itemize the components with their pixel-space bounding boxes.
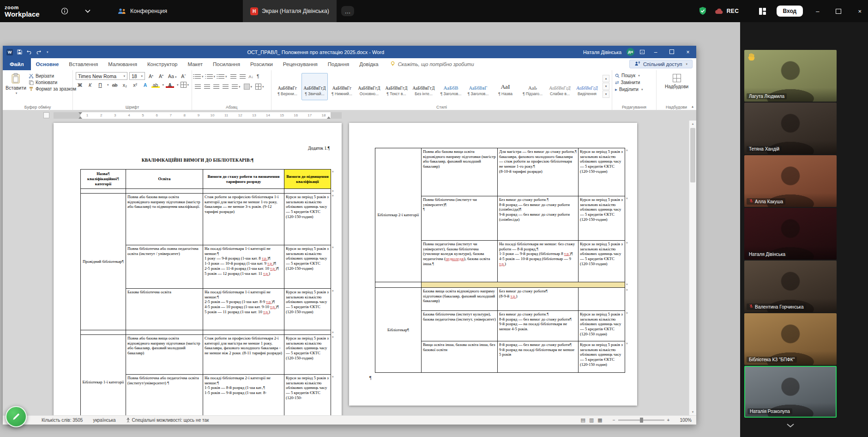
ribbon-tab-Розсилки[interactable]: Розсилки: [245, 58, 278, 70]
line-spacing-icon[interactable]: ▾: [232, 84, 241, 89]
table-cell[interactable]: [284, 189, 331, 194]
table-cell[interactable]: Без вимог до стажу роботи¶(8-9-й т.р.): [498, 288, 579, 311]
annotation-pencil-button[interactable]: [6, 406, 27, 427]
cut-button[interactable]: Вирізати: [29, 73, 76, 79]
style-item[interactable]: АаБбВвГгДБез інте...: [410, 73, 437, 100]
collapse-ribbon-icon[interactable]: ▴: [692, 104, 693, 109]
ribbon-tab-Файл[interactable]: Файл: [3, 58, 31, 70]
style-item[interactable]: АаБбВвГг¶ Верхни...: [274, 73, 301, 100]
bullets-icon[interactable]: ▾: [195, 74, 204, 79]
participants-scroll-down-button[interactable]: [782, 420, 799, 431]
ribbon-display-options-icon[interactable]: [639, 49, 645, 55]
table-cell[interactable]: [203, 330, 284, 335]
indent-marker[interactable]: [327, 116, 331, 119]
style-item[interactable]: АаБбВвГ¶ Заголов...: [465, 73, 491, 100]
table-cell[interactable]: Повна педагогічна (інститут чи університ…: [422, 241, 498, 282]
participant-tile[interactable]: Тетяна Хандій: [744, 103, 837, 154]
restore-icon[interactable]: [666, 49, 677, 55]
minimize-icon[interactable]: –: [816, 8, 819, 15]
find-button[interactable]: Пошук▾: [615, 73, 654, 78]
table-cell[interactable]: Для магістра — без вимог до стажу роботи…: [498, 148, 579, 196]
table-cell[interactable]: На посаді бібліотекаря 1-ї категорії не …: [203, 289, 284, 330]
tab-selector[interactable]: [43, 112, 49, 118]
table-cell[interactable]: Базова бібліотечна освіта: [126, 289, 203, 330]
participant-tile[interactable]: Валентина Горчинська: [744, 261, 837, 312]
vertical-scrollbar[interactable]: ▴ ▾: [689, 121, 696, 415]
zoom-slider[interactable]: [618, 419, 664, 421]
document-canvas[interactable]: Додаток 1.¶ КВАЛІФІКАЦІЙНІ ВИМОГИ ДО БІБ…: [3, 121, 696, 415]
scroll-down-icon[interactable]: ▾: [689, 409, 696, 415]
table-cell[interactable]: Вища освіта інша, базова освіта інша, бе…: [422, 341, 498, 373]
scrollbar-thumb[interactable]: [690, 128, 695, 182]
style-item[interactable]: АаЬ¶ Підзаго...: [519, 73, 546, 100]
replace-button[interactable]: ⇄ Замінити: [615, 80, 654, 85]
close-icon[interactable]: ×: [858, 8, 862, 15]
ribbon-tab-Основне[interactable]: Основне: [31, 58, 64, 70]
print-layout-icon[interactable]: ▥: [589, 417, 594, 423]
indent-marker[interactable]: [78, 112, 82, 115]
more-options-icon[interactable]: …: [341, 6, 354, 16]
participant-tile[interactable]: Наталія Розколупа: [744, 366, 837, 418]
table-cell[interactable]: На посаді бібліотекаря 2-ї категорії не …: [203, 375, 284, 416]
table-cell[interactable]: Курси за період 5 років з загальною кіль…: [579, 311, 625, 341]
italic-button[interactable]: К: [86, 82, 94, 88]
bold-button[interactable]: Ж: [76, 82, 84, 88]
undo-icon[interactable]: [26, 49, 32, 55]
table-cell[interactable]: [284, 330, 331, 335]
category-cell[interactable]: Провідний бібліотекар¶: [81, 194, 126, 330]
word-count[interactable]: Кількість слів: 3505: [42, 418, 83, 423]
ribbon-tab-Вставлення[interactable]: Вставлення: [64, 58, 103, 70]
table-cell[interactable]: Повна бібліотечна або педагогічна освіта…: [126, 375, 203, 416]
close-icon[interactable]: ×: [682, 49, 693, 55]
table-cell[interactable]: [126, 330, 203, 335]
superscript-icon[interactable]: x²: [131, 82, 139, 88]
table-cell[interactable]: Курси за період 5 років з загальною кіль…: [579, 341, 625, 373]
table-cell[interactable]: Курси за період 5 років з загальною кіль…: [579, 196, 625, 241]
style-item[interactable]: АаБбВвГгД¶ Текст в...: [383, 73, 410, 100]
style-item[interactable]: АаІ¶ Назва: [492, 73, 518, 100]
indent-marker[interactable]: [78, 116, 82, 119]
table-cell[interactable]: Стаж роботи за професією бібліотекаря 2-…: [203, 335, 284, 375]
table-cell[interactable]: На посаді бібліотекаря не менше: без ста…: [498, 241, 579, 282]
copy-button[interactable]: Копіювати: [29, 80, 76, 85]
table-cell[interactable]: [375, 282, 422, 288]
gallery-up-icon[interactable]: ▴: [603, 75, 609, 82]
ribbon-tab-Довідка[interactable]: Довідка: [354, 58, 383, 70]
strikethrough-icon[interactable]: ab: [111, 82, 119, 88]
category-cell[interactable]: Бібліотекар¶: [375, 288, 422, 373]
multilevel-list-icon[interactable]: ▾: [218, 74, 227, 79]
ribbon-tab-Макет[interactable]: Макет: [183, 58, 208, 70]
justify-icon[interactable]: [223, 84, 229, 89]
horizontal-ruler[interactable]: 123456789101112131415161718: [54, 112, 342, 119]
table-cell[interactable]: Курси за період 5 років з загальною кіль…: [579, 148, 625, 196]
table-cell[interactable]: Курси за період 5 років з загальною кіль…: [284, 194, 331, 245]
align-center-icon[interactable]: [204, 84, 210, 89]
table-cell[interactable]: Повна бібліотечна (інститут чи університ…: [422, 196, 498, 241]
table-cell[interactable]: Курси за період 5 років з загальною кіль…: [284, 375, 331, 416]
sort-icon[interactable]: А↓: [249, 74, 254, 79]
redo-icon[interactable]: [36, 49, 42, 55]
align-right-icon[interactable]: [213, 84, 219, 89]
table-cell[interactable]: [126, 189, 203, 194]
table-cell[interactable]: Повна або базова вища освіта відповідног…: [126, 335, 203, 375]
participant-tile[interactable]: Наталя Дівінська: [744, 208, 837, 260]
font-name-select[interactable]: Times New Roma▾: [76, 72, 127, 80]
shading-icon[interactable]: ▾: [244, 84, 253, 90]
participant-tile[interactable]: Бібліотека КЗ "БПФК": [744, 313, 837, 365]
addins-button[interactable]: Надбудови: [665, 74, 688, 89]
avatar[interactable]: ДН: [627, 48, 634, 56]
table-cell[interactable]: Базова вища освіта відповідного напряму …: [422, 288, 498, 311]
increase-indent-icon[interactable]: [240, 74, 246, 79]
font-color-icon[interactable]: А: [166, 82, 174, 88]
ribbon-tab-Подання[interactable]: Подання: [323, 58, 354, 70]
table-cell[interactable]: Без вимог до стажу роботи.¶8-й розряд — …: [498, 311, 579, 341]
document-page-2[interactable]: Бібліотекар 2-ї категоріїПовна або базов…: [349, 123, 637, 406]
zoom-out-icon[interactable]: −: [613, 418, 615, 423]
read-mode-icon[interactable]: ▤: [581, 417, 585, 423]
table-cell[interactable]: На посаді бібліотекаря 1-ї категорії не …: [203, 245, 284, 289]
recording-indicator[interactable]: REC: [715, 8, 739, 14]
table-cell[interactable]: [579, 288, 625, 311]
borders-icon[interactable]: ▾: [181, 82, 189, 88]
select-button[interactable]: ▸ Виділити▾: [615, 87, 654, 92]
style-item[interactable]: АаБбВвГг¶ Нижний...: [329, 73, 355, 100]
